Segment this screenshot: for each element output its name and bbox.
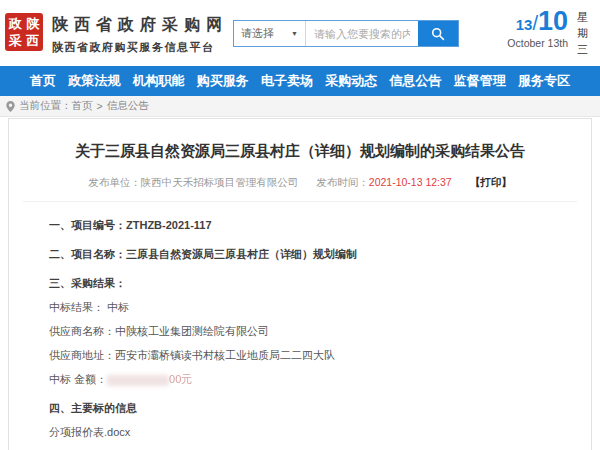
article-meta: 发布单位：陕西中天禾招标项目管理有限公司发布时间：2021-10-13 12:3… bbox=[9, 176, 591, 190]
site-logo[interactable]: 政 陕 采 西 bbox=[5, 13, 43, 51]
award-amount-label: 中标 金额： bbox=[49, 373, 107, 385]
award-amount-visible: 00元 bbox=[169, 373, 192, 385]
section-project-number: 一、项目编号：ZTHZB-2021-117 bbox=[49, 218, 571, 233]
breadcrumb-separator: > bbox=[97, 100, 103, 112]
redacted-amount bbox=[107, 375, 169, 386]
award-result-line: 中标结果： 中标 bbox=[49, 300, 571, 315]
nav-item-service-zone[interactable]: 服务专区 bbox=[518, 72, 570, 90]
site-name: 陕西省政府采购网 陕西省政府购买服务信息平台 bbox=[52, 15, 228, 55]
breadcrumb-label: 当前位置： bbox=[19, 99, 72, 113]
chevron-down-icon: ▼ bbox=[291, 30, 298, 37]
search-icon bbox=[431, 27, 445, 41]
publisher-label: 发布单位： bbox=[88, 176, 141, 188]
search-category-label: 请选择 bbox=[241, 26, 274, 41]
nav-item-procurement-news[interactable]: 采购动态 bbox=[325, 72, 377, 90]
date-numbers: 13/10 October 13th bbox=[507, 8, 568, 49]
logo-char: 政 bbox=[7, 15, 24, 32]
publish-time-value: 2021-10-13 12:37 bbox=[369, 176, 452, 188]
site-subtitle: 陕西省政府购买服务信息平台 bbox=[52, 40, 228, 55]
date-day: 13 bbox=[516, 16, 533, 33]
attachment-link[interactable]: 分项报价表.docx bbox=[49, 425, 571, 440]
section-procurement-result: 三、采购结果： bbox=[49, 276, 571, 291]
search-bar: 请选择 ▼ bbox=[233, 20, 459, 47]
date-month: 10 bbox=[538, 6, 568, 36]
nav-item-e-marketplace[interactable]: 电子卖场 bbox=[261, 72, 313, 90]
nav-item-policies[interactable]: 政策法规 bbox=[68, 72, 120, 90]
date-english: October 13th bbox=[507, 37, 568, 49]
search-button[interactable] bbox=[418, 21, 458, 46]
publish-time-label: 发布时间： bbox=[316, 176, 369, 188]
search-input[interactable] bbox=[306, 21, 418, 46]
logo-char: 陕 bbox=[25, 15, 42, 32]
section-main-subject-info: 四、主要标的信息 bbox=[49, 401, 571, 416]
nav-item-functions[interactable]: 机构职能 bbox=[133, 72, 185, 90]
nav-item-announcements[interactable]: 信息公告 bbox=[390, 72, 442, 90]
breadcrumb: 当前位置： 首页 > 信息公告 bbox=[0, 96, 600, 117]
article-body: 一、项目编号：ZTHZB-2021-117 二、项目名称：三原县自然资源局三原县… bbox=[9, 202, 591, 450]
date-weekday: 星期三 bbox=[577, 10, 590, 58]
date-display: 13/10 October 13th 星期三 bbox=[507, 8, 590, 58]
nav-item-purchase-services[interactable]: 购买服务 bbox=[197, 72, 249, 90]
main-nav: 首页 政策法规 机构职能 购买服务 电子卖场 采购动态 信息公告 监督管理 服务… bbox=[0, 66, 600, 96]
nav-item-supervision[interactable]: 监督管理 bbox=[454, 72, 506, 90]
nav-item-home[interactable]: 首页 bbox=[30, 72, 56, 90]
page-title: 关于三原县自然资源局三原县村庄（详细）规划编制的采购结果公告 bbox=[9, 142, 591, 161]
breadcrumb-current[interactable]: 信息公告 bbox=[107, 99, 149, 113]
award-amount-line: 中标 金额：00元 bbox=[49, 372, 571, 387]
supplier-address-line: 供应商地址：西安市灞桥镇读书村核工业地质局二二四大队 bbox=[49, 348, 571, 363]
breadcrumb-home-link[interactable]: 首页 bbox=[72, 99, 93, 113]
section-project-name: 二、项目名称：三原县自然资源局三原县村庄（详细）规划编制 bbox=[49, 247, 571, 262]
logo-char: 西 bbox=[25, 33, 42, 50]
print-button[interactable]: 【打印】 bbox=[470, 176, 512, 188]
location-pin-icon bbox=[6, 101, 15, 112]
search-category-select[interactable]: 请选择 ▼ bbox=[234, 21, 306, 46]
logo-char: 采 bbox=[7, 33, 24, 50]
supplier-name-line: 供应商名称：中陕核工业集团测绘院有限公司 bbox=[49, 324, 571, 339]
site-header: 政 陕 采 西 陕西省政府采购网 陕西省政府购买服务信息平台 请选择 ▼ 13/… bbox=[0, 0, 600, 66]
publisher-value: 陕西中天禾招标项目管理有限公司 bbox=[141, 176, 299, 188]
site-title: 陕西省政府采购网 bbox=[52, 15, 228, 36]
content-panel: 关于三原县自然资源局三原县村庄（详细）规划编制的采购结果公告 发布单位：陕西中天… bbox=[8, 118, 592, 450]
